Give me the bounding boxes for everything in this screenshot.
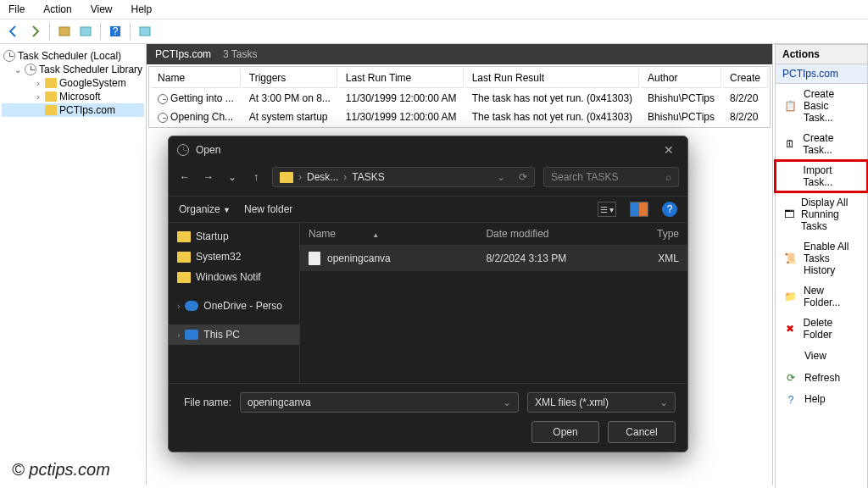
- file-list-header: Name ▲ Date modified Type: [300, 223, 687, 246]
- action-import-task[interactable]: Import Task...: [775, 160, 868, 192]
- table-row[interactable]: Opening Ch... At system startup11/30/199…: [151, 108, 768, 125]
- action-create-task[interactable]: 🗓Create Task...: [775, 128, 868, 160]
- dialog-nav: ← → ⌄ ↑ › Desk... › TASKS ⌄ ⟳ Search TAS…: [169, 164, 687, 196]
- properties-icon[interactable]: [76, 22, 95, 41]
- menu-view[interactable]: View: [91, 3, 113, 15]
- history-icon: 📜: [784, 252, 797, 265]
- watermark: © pctips.com: [12, 460, 110, 480]
- tree-item-microsoft[interactable]: ›Microsoft: [2, 90, 144, 103]
- show-hide-icon[interactable]: [55, 22, 74, 41]
- wizard-icon: 📋: [784, 99, 797, 113]
- filename-input[interactable]: openingcanva⌄: [240, 392, 519, 413]
- task-count: 3 Tasks: [223, 48, 257, 60]
- breadcrumb[interactable]: › Desk... › TASKS ⌄ ⟳: [272, 167, 535, 187]
- dialog-folder-tree: Startup System32 Windows Notif ›OneDrive…: [169, 223, 300, 383]
- folder-icon: [177, 252, 191, 263]
- col-type[interactable]: Type: [628, 228, 679, 240]
- actions-title: Actions: [775, 44, 868, 64]
- nav-recent-icon[interactable]: ⌄: [225, 171, 240, 183]
- caret-icon: ⌄: [14, 65, 22, 75]
- col-date[interactable]: Date modified: [486, 228, 628, 240]
- new-folder-button[interactable]: New folder: [244, 203, 292, 215]
- tree-item-pctips[interactable]: PCTIps.com: [2, 103, 144, 117]
- scheduler-icon: [25, 64, 36, 75]
- view-mode-icon[interactable]: ☰ ▾: [598, 202, 616, 217]
- action-refresh[interactable]: ⟳Refresh: [775, 367, 868, 389]
- col-author[interactable]: Author: [641, 69, 721, 88]
- folder-this-pc[interactable]: ›This PC: [169, 324, 299, 345]
- svg-rect-4: [140, 27, 150, 36]
- organize-menu[interactable]: Organize ▼: [179, 203, 231, 215]
- chevron-down-icon: ⌄: [503, 396, 511, 408]
- search-input[interactable]: Search TASKS ⌕: [543, 167, 679, 187]
- col-triggers[interactable]: Triggers: [242, 69, 337, 88]
- forward-icon[interactable]: [25, 22, 44, 41]
- svg-text:?: ?: [113, 25, 119, 37]
- col-name[interactable]: Name ▲: [309, 228, 486, 240]
- folder-icon: [45, 105, 57, 115]
- file-open-dialog: Open ✕ ← → ⌄ ↑ › Desk... › TASKS ⌄ ⟳ Sea…: [168, 136, 688, 452]
- tree-library[interactable]: ⌄Task Scheduler Library: [2, 63, 144, 76]
- action-view[interactable]: View: [775, 345, 868, 367]
- caret-icon: ›: [34, 92, 42, 102]
- toolbar: ?: [0, 19, 868, 44]
- action-delete-folder[interactable]: ✖Delete Folder: [775, 313, 868, 345]
- dialog-titlebar: Open ✕: [169, 136, 687, 164]
- search-placeholder: Search TASKS: [551, 171, 619, 183]
- close-icon[interactable]: ✕: [659, 143, 679, 157]
- task-icon: [158, 113, 168, 123]
- actions-pane: Actions PCTIps.com 📋Create Basic Task...…: [775, 44, 868, 485]
- col-name[interactable]: Name: [151, 69, 241, 88]
- view-icon: [784, 349, 798, 363]
- help-icon[interactable]: ?: [106, 22, 125, 41]
- action-create-basic-task[interactable]: 📋Create Basic Task...: [775, 84, 868, 128]
- folder-onedrive[interactable]: ›OneDrive - Perso: [169, 296, 299, 316]
- menu-file[interactable]: File: [8, 3, 25, 15]
- preview-pane-icon[interactable]: [630, 202, 648, 217]
- center-header: PCTIps.com 3 Tasks: [147, 44, 772, 64]
- col-result[interactable]: Last Run Result: [465, 69, 639, 88]
- task-table: Name Triggers Last Run Time Last Run Res…: [148, 66, 771, 128]
- file-row[interactable]: openingcanva 8/2/2024 3:13 PM XML: [300, 246, 687, 271]
- help-icon[interactable]: ?: [662, 202, 677, 217]
- back-icon[interactable]: [4, 22, 23, 41]
- svg-rect-0: [59, 27, 70, 36]
- folder-icon: [177, 272, 191, 283]
- action-help[interactable]: ?Help: [775, 389, 868, 488]
- cloud-icon: [185, 301, 198, 311]
- folder-windows-notif[interactable]: Windows Notif: [169, 267, 299, 287]
- nav-up-icon[interactable]: ↑: [248, 171, 264, 183]
- action-display-running[interactable]: 🗔Display All Running Tasks: [775, 192, 868, 236]
- cancel-button[interactable]: Cancel: [608, 421, 676, 443]
- folder-startup[interactable]: Startup: [169, 226, 299, 247]
- task-icon: 🗓: [784, 137, 796, 151]
- open-button[interactable]: Open: [531, 421, 599, 443]
- nav-forward-icon[interactable]: →: [201, 171, 216, 183]
- chevron-down-icon: ▼: [223, 206, 231, 214]
- col-created[interactable]: Create: [723, 69, 768, 88]
- context-title: PCTIps.com: [155, 48, 211, 60]
- list-icon: 🗔: [784, 208, 794, 221]
- newfolder-icon: 📁: [784, 290, 797, 303]
- dialog-body: Startup System32 Windows Notif ›OneDrive…: [169, 222, 687, 384]
- nav-back-icon[interactable]: ←: [177, 171, 192, 183]
- pc-icon: [185, 330, 198, 340]
- menu-action[interactable]: Action: [43, 3, 71, 15]
- action-enable-history[interactable]: 📜Enable All Tasks History: [775, 236, 868, 280]
- file-icon: [309, 252, 320, 265]
- col-lastrun[interactable]: Last Run Time: [339, 69, 464, 88]
- file-list: Name ▲ Date modified Type openingcanva 8…: [300, 223, 687, 383]
- action-new-folder[interactable]: 📁New Folder...: [775, 280, 868, 313]
- dialog-footer: File name: openingcanva⌄ XML files (*.xm…: [169, 384, 687, 452]
- folder-icon: [45, 78, 57, 88]
- run-icon[interactable]: [136, 22, 154, 41]
- help-icon: ?: [784, 393, 798, 407]
- sort-icon: ▲: [372, 231, 379, 239]
- tree-item-googlesystem[interactable]: ›GoogleSystem: [2, 76, 144, 90]
- filetype-filter[interactable]: XML files (*.xml)⌄: [527, 392, 676, 413]
- table-row[interactable]: Getting into ... At 3:00 PM on 8...11/30…: [151, 90, 768, 107]
- folder-system32[interactable]: System32: [169, 247, 299, 267]
- menu-help[interactable]: Help: [131, 3, 153, 15]
- tree-root[interactable]: Task Scheduler (Local): [2, 49, 144, 63]
- folder-icon: [177, 231, 191, 242]
